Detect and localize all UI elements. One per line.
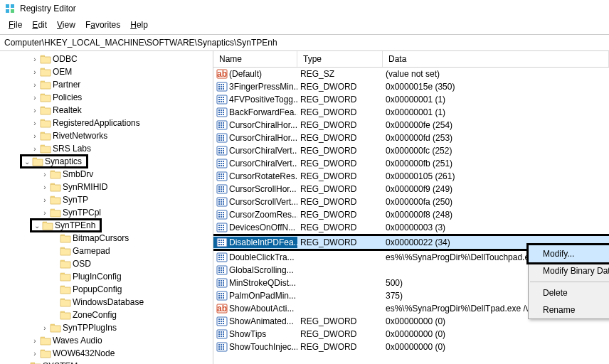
tree-item[interactable]: ›SynTPPlugIns (0, 321, 213, 334)
expand-toggle[interactable]: › (30, 55, 40, 63)
folder-icon (30, 361, 41, 364)
ctx-rename[interactable]: Rename (529, 301, 609, 318)
tree-item[interactable]: WindowsDatabase (0, 296, 213, 309)
value-data: 0x0000015e (350) (383, 82, 609, 92)
expand-toggle[interactable]: ⌄ (22, 158, 32, 166)
tree-item[interactable]: ›SynTPCpl (0, 206, 213, 219)
value-name: DisableIntPDFea... (229, 237, 297, 247)
tree-item[interactable]: ›SmbDrv (0, 168, 213, 181)
tree-item[interactable]: ›Realtek (0, 104, 213, 117)
value-data: 0x000000f8 (248) (383, 210, 609, 220)
value-row[interactable]: BackForwardFea...REG_DWORD0x00000001 (1) (213, 106, 609, 119)
tree-item[interactable]: BitmapCursors (0, 232, 213, 245)
expand-toggle[interactable]: › (30, 145, 40, 153)
title-bar: Registry Editor (0, 0, 609, 17)
expand-toggle[interactable]: › (30, 350, 40, 358)
expand-toggle[interactable]: › (40, 324, 50, 332)
folder-icon (50, 182, 61, 192)
value-data: 0x00000000 (0) (383, 329, 609, 339)
ctx-modify[interactable]: Modify... (526, 243, 609, 264)
tree-item-syntpenh[interactable]: ⌄SynTPEnh (0, 219, 213, 232)
app-icon (4, 3, 16, 14)
value-name: DoubleClickTra... (229, 252, 295, 262)
value-row[interactable]: (Default)REG_SZ(value not set) (213, 68, 609, 80)
tree-item[interactable]: OSD (0, 257, 213, 270)
value-name: MinStrokeQDist... (229, 278, 296, 288)
expand-toggle[interactable]: › (40, 171, 50, 178)
dword-value-icon (216, 132, 228, 144)
value-row[interactable]: DevicesOnOffN...REG_DWORD0x00000003 (3) (213, 221, 609, 234)
col-type[interactable]: Type (297, 51, 383, 67)
value-row[interactable]: 4FVPositiveTogg...REG_DWORD0x00000001 (1… (213, 93, 609, 106)
tree-item[interactable]: PopupConfig (0, 283, 213, 296)
value-data: 0x000000f9 (249) (383, 184, 609, 194)
tree-item[interactable]: PlugInConfig (0, 270, 213, 283)
value-data: 0x00000001 (1) (383, 107, 609, 117)
value-row[interactable]: CursorScrollHor...REG_DWORD0x000000f9 (2… (213, 183, 609, 196)
menu-favorites[interactable]: Favorites (81, 18, 125, 31)
value-row[interactable]: CursorScrollVert...REG_DWORD0x000000fa (… (213, 196, 609, 208)
folder-icon (60, 259, 71, 269)
value-name: DevicesOnOffN... (229, 223, 295, 232)
menu-edit[interactable]: Edit (28, 18, 51, 31)
expand-toggle[interactable]: › (30, 68, 40, 76)
list-pane: Name Type Data (Default)REG_SZ(value not… (213, 51, 609, 364)
col-data[interactable]: Data (383, 51, 609, 67)
tree-item[interactable]: ZoneConfig (0, 309, 213, 321)
menu-help[interactable]: Help (126, 18, 152, 31)
tree-item[interactable]: Gamepad (0, 245, 213, 257)
expand-toggle[interactable]: › (30, 119, 40, 127)
value-type: REG_DWORD (297, 316, 383, 326)
tree-item[interactable]: ›Partner (0, 78, 213, 91)
tree-item[interactable]: ›RivetNetworks (0, 129, 213, 142)
value-data: 0x00000000 (0) (383, 342, 609, 352)
expand-toggle[interactable]: › (40, 183, 50, 191)
value-type: REG_DWORD (297, 120, 383, 130)
folder-icon (60, 310, 71, 320)
tree-item[interactable]: ›Waves Audio (0, 334, 213, 347)
tree-pane[interactable]: ›ODBC›OEM›Partner›Policies›Realtek›Regis… (0, 51, 213, 364)
folder-icon (42, 220, 53, 230)
tree-item[interactable]: ›RegisteredApplications (0, 117, 213, 129)
col-name[interactable]: Name (213, 51, 297, 67)
value-row[interactable]: 3FingerPressMin...REG_DWORD0x0000015e (3… (213, 80, 609, 93)
value-row[interactable]: CursorChiralHor...REG_DWORD0x000000fe (2… (213, 119, 609, 132)
tree-item[interactable]: ›SYSTEM (0, 360, 213, 364)
expand-toggle[interactable]: › (30, 81, 40, 89)
dword-value-icon (216, 196, 228, 208)
tree-item[interactable]: ›ODBC (0, 53, 213, 65)
expand-toggle[interactable]: › (40, 209, 50, 217)
tree-item-synaptics[interactable]: ⌄Synaptics (0, 155, 213, 168)
expand-toggle[interactable]: ⌄ (32, 222, 42, 230)
value-data: 0x00000001 (1) (383, 95, 609, 105)
tree-item[interactable]: ›OEM (0, 65, 213, 78)
value-row[interactable]: CursorRotateRes...REG_DWORD0x00000105 (2… (213, 170, 609, 183)
expand-toggle[interactable]: › (30, 132, 40, 140)
folder-icon (60, 284, 71, 294)
value-row[interactable]: ShowTouchInjec...REG_DWORD0x00000000 (0) (213, 341, 609, 353)
tree-item[interactable]: ›SynTP (0, 193, 213, 206)
value-row[interactable]: CursorZoomRes...REG_DWORD0x000000f8 (248… (213, 208, 609, 221)
folder-icon (50, 195, 61, 205)
value-row[interactable]: CursorChiralVert...REG_DWORD0x000000fc (… (213, 144, 609, 157)
value-type: REG_DWORD (297, 210, 383, 220)
tree-item[interactable]: ›Policies (0, 91, 213, 104)
value-row[interactable]: CursorChiralVert...REG_DWORD0x000000fb (… (213, 157, 609, 170)
expand-toggle[interactable]: › (30, 94, 40, 102)
folder-icon (32, 156, 43, 166)
dword-value-icon (216, 94, 228, 105)
address-bar[interactable]: Computer\HKEY_LOCAL_MACHINE\SOFTWARE\Syn… (0, 35, 609, 51)
expand-toggle[interactable]: › (30, 337, 40, 345)
ctx-modify-binary[interactable]: Modify Binary Data... (529, 262, 609, 279)
value-row[interactable]: CursorChiralHor...REG_DWORD0x000000fd (2… (213, 132, 609, 144)
expand-toggle[interactable]: › (30, 107, 40, 114)
tree-item[interactable]: ›WOW6432Node (0, 347, 213, 360)
ctx-delete[interactable]: Delete (529, 284, 609, 301)
tree-item[interactable]: ›SRS Labs (0, 142, 213, 155)
folder-icon (40, 348, 51, 358)
value-row[interactable]: ShowTipsREG_DWORD0x00000000 (0) (213, 328, 609, 341)
tree-item[interactable]: ›SynRMIHID (0, 181, 213, 193)
menu-file[interactable]: File (4, 18, 26, 31)
expand-toggle[interactable]: › (40, 196, 50, 204)
menu-view[interactable]: View (53, 18, 80, 31)
